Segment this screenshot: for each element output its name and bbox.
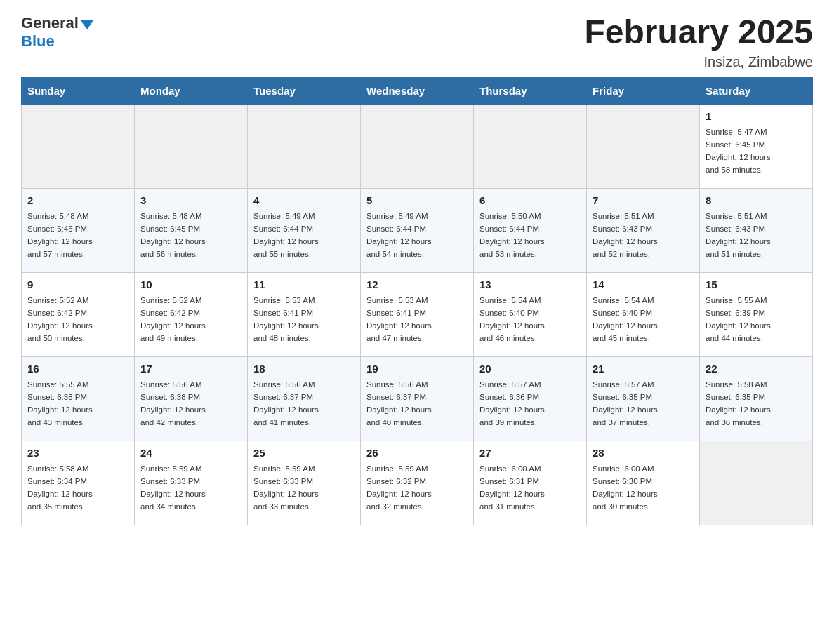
logo-general-text: General [21,14,79,32]
calendar-week-row: 2Sunrise: 5:48 AM Sunset: 6:45 PM Daylig… [22,188,813,272]
calendar-day-cell: 2Sunrise: 5:48 AM Sunset: 6:45 PM Daylig… [22,188,135,272]
day-info: Sunrise: 5:53 AM Sunset: 6:41 PM Dayligh… [366,295,468,344]
month-title: February 2025 [584,14,813,51]
calendar-day-cell: 1Sunrise: 5:47 AM Sunset: 6:45 PM Daylig… [700,104,813,188]
day-number: 13 [479,277,581,293]
calendar-day-cell: 25Sunrise: 5:59 AM Sunset: 6:33 PM Dayli… [248,441,361,525]
calendar-day-cell: 19Sunrise: 5:56 AM Sunset: 6:37 PM Dayli… [361,356,474,441]
calendar-day-cell: 18Sunrise: 5:56 AM Sunset: 6:37 PM Dayli… [248,356,361,441]
calendar-day-cell [361,104,474,188]
day-info: Sunrise: 6:00 AM Sunset: 6:31 PM Dayligh… [479,463,581,513]
day-info: Sunrise: 5:59 AM Sunset: 6:33 PM Dayligh… [140,463,241,513]
day-of-week-header: Friday [587,77,700,104]
day-of-week-header: Tuesday [248,77,361,104]
logo-triangle-icon [80,20,94,29]
calendar-week-row: 23Sunrise: 5:58 AM Sunset: 6:34 PM Dayli… [22,441,813,525]
day-number: 21 [593,361,694,377]
day-info: Sunrise: 5:57 AM Sunset: 6:35 PM Dayligh… [593,379,694,429]
calendar-day-cell: 22Sunrise: 5:58 AM Sunset: 6:35 PM Dayli… [700,356,813,441]
day-info: Sunrise: 5:59 AM Sunset: 6:33 PM Dayligh… [253,463,355,513]
calendar-day-cell: 4Sunrise: 5:49 AM Sunset: 6:44 PM Daylig… [248,188,361,272]
day-number: 14 [593,277,694,293]
calendar-day-cell: 8Sunrise: 5:51 AM Sunset: 6:43 PM Daylig… [700,188,813,272]
logo: General Blue [21,14,94,51]
day-info: Sunrise: 5:51 AM Sunset: 6:43 PM Dayligh… [593,210,694,260]
calendar-day-cell: 6Sunrise: 5:50 AM Sunset: 6:44 PM Daylig… [474,188,587,272]
calendar-day-cell: 26Sunrise: 5:59 AM Sunset: 6:32 PM Dayli… [361,441,474,525]
day-info: Sunrise: 5:56 AM Sunset: 6:37 PM Dayligh… [253,379,355,429]
day-of-week-header: Wednesday [361,77,474,104]
calendar-day-cell: 14Sunrise: 5:54 AM Sunset: 6:40 PM Dayli… [587,272,700,356]
day-info: Sunrise: 5:56 AM Sunset: 6:38 PM Dayligh… [140,379,241,429]
calendar-day-cell [474,104,587,188]
day-info: Sunrise: 5:57 AM Sunset: 6:36 PM Dayligh… [479,379,581,429]
calendar-day-cell [587,104,700,188]
day-number: 18 [253,361,355,377]
day-info: Sunrise: 5:50 AM Sunset: 6:44 PM Dayligh… [479,210,581,260]
day-info: Sunrise: 5:55 AM Sunset: 6:39 PM Dayligh… [706,295,807,344]
calendar-day-cell: 17Sunrise: 5:56 AM Sunset: 6:38 PM Dayli… [135,356,248,441]
day-number: 3 [140,193,241,209]
calendar-day-cell: 13Sunrise: 5:54 AM Sunset: 6:40 PM Dayli… [474,272,587,356]
day-info: Sunrise: 5:51 AM Sunset: 6:43 PM Dayligh… [706,210,807,260]
day-info: Sunrise: 5:54 AM Sunset: 6:40 PM Dayligh… [479,295,581,344]
calendar-day-cell: 24Sunrise: 5:59 AM Sunset: 6:33 PM Dayli… [135,441,248,525]
calendar-day-cell: 12Sunrise: 5:53 AM Sunset: 6:41 PM Dayli… [361,272,474,356]
location-label: Insiza, Zimbabwe [584,54,813,70]
day-number: 25 [253,445,355,462]
day-number: 24 [140,445,241,462]
calendar-week-row: 9Sunrise: 5:52 AM Sunset: 6:42 PM Daylig… [22,272,813,356]
day-number: 15 [706,277,807,293]
day-info: Sunrise: 5:49 AM Sunset: 6:44 PM Dayligh… [253,210,355,260]
day-info: Sunrise: 6:00 AM Sunset: 6:30 PM Dayligh… [593,463,694,513]
day-of-week-header: Thursday [474,77,587,104]
day-number: 20 [479,361,581,377]
day-number: 17 [140,361,241,377]
day-info: Sunrise: 5:59 AM Sunset: 6:32 PM Dayligh… [366,463,468,513]
day-of-week-header: Saturday [700,77,813,104]
day-of-week-header: Sunday [22,77,135,104]
calendar-day-cell: 10Sunrise: 5:52 AM Sunset: 6:42 PM Dayli… [135,272,248,356]
calendar-day-cell: 27Sunrise: 6:00 AM Sunset: 6:31 PM Dayli… [474,441,587,525]
day-info: Sunrise: 5:58 AM Sunset: 6:34 PM Dayligh… [27,463,128,513]
calendar-day-cell: 20Sunrise: 5:57 AM Sunset: 6:36 PM Dayli… [474,356,587,441]
day-number: 4 [253,193,355,209]
calendar-day-cell: 3Sunrise: 5:48 AM Sunset: 6:45 PM Daylig… [135,188,248,272]
calendar-week-row: 1Sunrise: 5:47 AM Sunset: 6:45 PM Daylig… [22,104,813,188]
day-info: Sunrise: 5:48 AM Sunset: 6:45 PM Dayligh… [27,210,128,260]
day-number: 23 [27,445,128,462]
day-of-week-header: Monday [135,77,248,104]
day-number: 6 [479,193,581,209]
day-number: 11 [253,277,355,293]
day-number: 10 [140,277,241,293]
calendar-day-cell: 21Sunrise: 5:57 AM Sunset: 6:35 PM Dayli… [587,356,700,441]
day-number: 16 [27,361,128,377]
calendar-day-cell [700,441,813,525]
day-number: 28 [593,445,694,462]
calendar-day-cell [248,104,361,188]
calendar-day-cell: 7Sunrise: 5:51 AM Sunset: 6:43 PM Daylig… [587,188,700,272]
day-number: 8 [706,193,807,209]
calendar-day-cell: 9Sunrise: 5:52 AM Sunset: 6:42 PM Daylig… [22,272,135,356]
day-info: Sunrise: 5:56 AM Sunset: 6:37 PM Dayligh… [366,379,468,429]
day-info: Sunrise: 5:53 AM Sunset: 6:41 PM Dayligh… [253,295,355,344]
day-info: Sunrise: 5:49 AM Sunset: 6:44 PM Dayligh… [366,210,468,260]
day-number: 19 [366,361,468,377]
logo-blue-text: Blue [21,32,94,51]
calendar-week-row: 16Sunrise: 5:55 AM Sunset: 6:38 PM Dayli… [22,356,813,441]
day-number: 1 [706,109,807,125]
calendar-day-cell: 15Sunrise: 5:55 AM Sunset: 6:39 PM Dayli… [700,272,813,356]
day-info: Sunrise: 5:52 AM Sunset: 6:42 PM Dayligh… [27,295,128,344]
day-info: Sunrise: 5:54 AM Sunset: 6:40 PM Dayligh… [593,295,694,344]
day-number: 9 [27,277,128,293]
day-number: 12 [366,277,468,293]
calendar-day-cell: 11Sunrise: 5:53 AM Sunset: 6:41 PM Dayli… [248,272,361,356]
day-info: Sunrise: 5:52 AM Sunset: 6:42 PM Dayligh… [140,295,241,344]
day-number: 7 [593,193,694,209]
page-header: General Blue February 2025 Insiza, Zimba… [21,14,813,70]
calendar-table: SundayMondayTuesdayWednesdayThursdayFrid… [21,77,813,525]
day-number: 27 [479,445,581,462]
calendar-day-cell: 23Sunrise: 5:58 AM Sunset: 6:34 PM Dayli… [22,441,135,525]
calendar-day-cell: 5Sunrise: 5:49 AM Sunset: 6:44 PM Daylig… [361,188,474,272]
day-info: Sunrise: 5:47 AM Sunset: 6:45 PM Dayligh… [706,126,807,176]
